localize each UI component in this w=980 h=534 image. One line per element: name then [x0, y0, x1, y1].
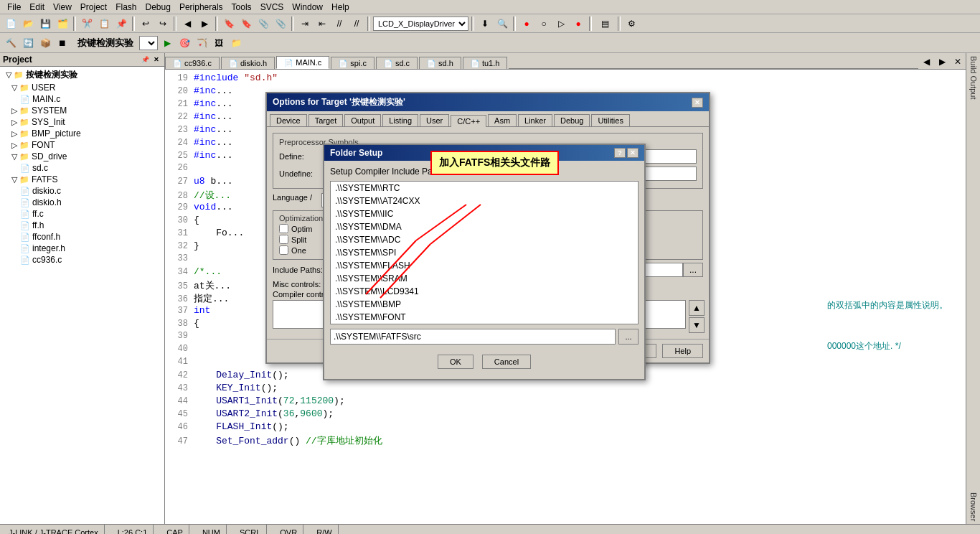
- one-check[interactable]: [279, 245, 288, 255]
- folder-ok-btn[interactable]: OK: [438, 355, 473, 369]
- stop-build-btn[interactable]: ⏹: [55, 35, 70, 51]
- tree-fatfs[interactable]: ▽ 📁 FATFS: [1, 174, 163, 185]
- tab-debug[interactable]: Debug: [554, 114, 590, 126]
- path-item-2[interactable]: .\\SYSTEM\\IIC: [331, 207, 638, 220]
- path-item-3[interactable]: .\\SYSTEM\\DMA: [331, 220, 638, 233]
- path-item-10[interactable]: .\\SYSTEM\\FONT: [331, 311, 638, 324]
- path-list[interactable]: .\\SYSTEM\\RTC .\\SYSTEM\\AT24CXX .\\SYS…: [330, 181, 639, 324]
- tree-sd-c[interactable]: 📄 sd.c: [1, 162, 163, 174]
- path-browse-btn[interactable]: ...: [618, 329, 639, 345]
- split-check[interactable]: [279, 235, 288, 244]
- tree-ffconf-h[interactable]: 📄 ffconf.h: [1, 231, 163, 243]
- tree-bmp[interactable]: ▷ 📁 BMP_picture: [1, 128, 163, 139]
- options-close-btn[interactable]: ✕: [692, 98, 703, 108]
- tab-sd-c[interactable]: 📄 sd.c: [376, 57, 418, 69]
- target-combo[interactable]: LCD_X_DisplayDriver: [373, 17, 468, 31]
- folder-help-btn[interactable]: ?: [614, 148, 626, 158]
- tab-spi-c[interactable]: 📄 spi.c: [331, 57, 374, 69]
- bookmark4-btn[interactable]: 📎: [273, 16, 288, 32]
- settings-btn[interactable]: ⚙: [623, 16, 639, 32]
- redo-btn[interactable]: ↪: [155, 16, 171, 32]
- compiler-scroll-down[interactable]: ▼: [689, 317, 705, 333]
- bookmark3-btn[interactable]: 📎: [255, 16, 271, 32]
- path-input[interactable]: [330, 329, 616, 345]
- include-browse-btn[interactable]: ...: [683, 263, 703, 277]
- tab-nav-left[interactable]: ◀: [918, 55, 934, 69]
- proj-img-btn[interactable]: 🖼: [211, 35, 227, 51]
- menu-tools[interactable]: Tools: [227, 1, 256, 14]
- menu-peripherals[interactable]: Peripherals: [175, 1, 227, 14]
- nav-fwd-btn[interactable]: ▶: [197, 16, 212, 32]
- cut-btn[interactable]: ✂️: [79, 16, 95, 32]
- tree-root[interactable]: ▽ 📁 按键检测实验: [1, 68, 163, 82]
- options-help-btn[interactable]: Help: [662, 344, 703, 358]
- menu-svcs[interactable]: SVCS: [256, 1, 288, 14]
- tree-diskio-h[interactable]: 📄 diskio.h: [1, 197, 163, 208]
- path-item-8[interactable]: .\\SYSTEM\\LCD9341: [331, 285, 638, 298]
- project-combo[interactable]: [139, 36, 158, 50]
- comment-btn[interactable]: //: [331, 16, 347, 32]
- batch-btn[interactable]: 📦: [37, 35, 53, 51]
- bookmark2-btn[interactable]: 🔖: [238, 16, 254, 32]
- folder-dialog[interactable]: Folder Setup ? ✕ Setup Compiler Include …: [323, 144, 646, 380]
- project-pin-btn[interactable]: 📌: [140, 55, 150, 65]
- tab-user[interactable]: User: [420, 114, 449, 126]
- undo-btn[interactable]: ↩: [138, 16, 154, 32]
- menu-file[interactable]: File: [3, 1, 25, 14]
- path-item-7[interactable]: .\\SYSTEM\\SRAM: [331, 272, 638, 285]
- circle-btn[interactable]: ○: [536, 16, 552, 32]
- path-item-9[interactable]: .\\SYSTEM\\BMP: [331, 298, 638, 311]
- path-item-5[interactable]: .\\SYSTEM\\SPI: [331, 246, 638, 259]
- path-item-4[interactable]: .\\SYSTEM\\ADC: [331, 233, 638, 246]
- uncomment-btn[interactable]: //: [349, 16, 364, 32]
- tab-cc[interactable]: C/C++: [451, 115, 486, 127]
- download-btn[interactable]: ⬇: [477, 16, 493, 32]
- tree-ff-h[interactable]: 📄 ff.h: [1, 220, 163, 231]
- tab-diskio-h[interactable]: 📄 diskio.h: [221, 57, 275, 69]
- run-proj-btn[interactable]: ▶: [159, 35, 175, 51]
- copy-btn[interactable]: 📋: [96, 16, 112, 32]
- optim-check[interactable]: [279, 224, 288, 233]
- tab-cc936[interactable]: 📄 cc936.c: [165, 57, 220, 69]
- menu-debug[interactable]: Debug: [141, 1, 175, 14]
- tree-font[interactable]: ▷ 📁 FONT: [1, 139, 163, 151]
- options-btn[interactable]: ▤: [595, 16, 615, 32]
- inspect-btn[interactable]: 🔍: [494, 16, 510, 32]
- bookmark-btn[interactable]: 🔖: [221, 16, 237, 32]
- menu-flash[interactable]: Flash: [111, 1, 141, 14]
- menu-edit[interactable]: Edit: [25, 1, 49, 14]
- tree-cc936-c[interactable]: 📄 cc936.c: [1, 254, 163, 266]
- open-btn[interactable]: 📂: [20, 16, 36, 32]
- tab-output[interactable]: Output: [344, 114, 381, 126]
- menu-help[interactable]: Help: [327, 1, 354, 14]
- tab-nav-right[interactable]: ▶: [934, 55, 950, 69]
- proj-set-btn[interactable]: 🎯: [176, 35, 192, 51]
- tree-sys-init[interactable]: ▷ 📁 SYS_Init: [1, 116, 163, 128]
- tab-target[interactable]: Target: [308, 114, 344, 126]
- tree-integer-h[interactable]: 📄 integer.h: [1, 243, 163, 254]
- path-item-1[interactable]: .\\SYSTEM\\AT24CXX: [331, 195, 638, 207]
- unindent-btn[interactable]: ⇤: [314, 16, 330, 32]
- path-item-6[interactable]: .\\SYSTEM\\FLASH: [331, 259, 638, 272]
- tab-sd-h[interactable]: 📄 sd.h: [419, 57, 461, 69]
- save-btn[interactable]: 💾: [37, 16, 53, 32]
- tab-listing[interactable]: Listing: [382, 114, 418, 126]
- menu-window[interactable]: Window: [288, 1, 327, 14]
- run-btn[interactable]: ▷: [553, 16, 569, 32]
- tab-linker[interactable]: Linker: [518, 114, 552, 126]
- path-item-11[interactable]: .\\SYSTEM\\GBK_FONT: [331, 324, 638, 324]
- tab-asm[interactable]: Asm: [488, 114, 517, 126]
- indent-btn[interactable]: ⇥: [297, 16, 313, 32]
- stop-btn[interactable]: ●: [519, 16, 534, 32]
- new-btn[interactable]: 📄: [3, 16, 19, 32]
- tree-system[interactable]: ▷ 📁 SYSTEM: [1, 105, 163, 116]
- path-item-0[interactable]: .\\SYSTEM\\RTC: [331, 182, 638, 195]
- project-close-btn[interactable]: ✕: [151, 55, 161, 65]
- tab-close[interactable]: ✕: [950, 55, 966, 69]
- paste-btn[interactable]: 📌: [113, 16, 129, 32]
- tree-main-c[interactable]: 📄 MAIN.c: [1, 93, 163, 105]
- menu-view[interactable]: View: [49, 1, 76, 14]
- menu-project[interactable]: Project: [76, 1, 111, 14]
- tab-utilities[interactable]: Utilities: [591, 114, 629, 126]
- tree-sd-drive[interactable]: ▽ 📁 SD_drive: [1, 151, 163, 162]
